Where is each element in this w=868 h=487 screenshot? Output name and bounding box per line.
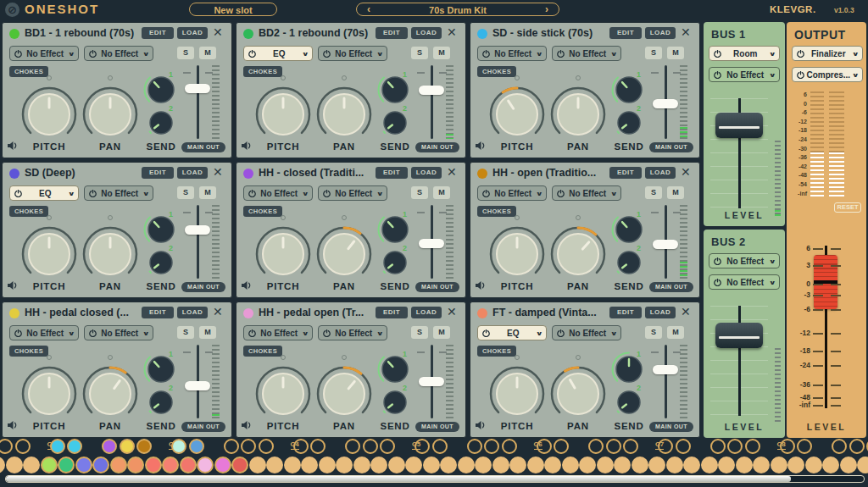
pitch-knob[interactable] xyxy=(15,220,83,288)
pitch-knob[interactable] xyxy=(483,80,551,148)
mute-button[interactable]: M xyxy=(433,186,450,199)
speaker-icon[interactable] xyxy=(8,141,19,151)
key-F#6[interactable] xyxy=(588,439,604,454)
mute-button[interactable]: M xyxy=(199,326,216,339)
load-button[interactable]: LOAD xyxy=(645,27,676,39)
send1-knob[interactable] xyxy=(142,351,180,388)
key-F2[interactable] xyxy=(92,457,109,473)
main-out-slider-handle[interactable] xyxy=(185,225,210,235)
pitch-knob[interactable] xyxy=(15,80,83,148)
chokes-button[interactable]: CHOKES xyxy=(9,346,48,357)
preset-next-icon[interactable]: › xyxy=(540,3,554,16)
key-C2[interactable] xyxy=(41,457,58,473)
effect-slot-1-dropdown[interactable]: No Effect ∨ xyxy=(477,46,547,61)
solo-button[interactable]: S xyxy=(645,47,662,59)
solo-button[interactable]: S xyxy=(177,326,194,339)
key-F#4[interactable] xyxy=(345,439,360,454)
new-slot-button[interactable]: New slot xyxy=(189,3,277,16)
mute-button[interactable]: M xyxy=(667,47,684,59)
key-G#3[interactable] xyxy=(241,439,256,454)
speaker-icon[interactable] xyxy=(242,141,253,151)
power-icon[interactable] xyxy=(797,71,804,79)
key-G#1[interactable] xyxy=(0,439,13,454)
send1-knob[interactable] xyxy=(376,211,414,248)
key-B6[interactable] xyxy=(632,457,648,473)
key-D8[interactable] xyxy=(787,457,804,473)
key-F3[interactable] xyxy=(214,457,231,473)
key-A#5[interactable] xyxy=(502,439,517,454)
effect-slot-2-dropdown[interactable]: No Effect ∨ xyxy=(84,46,153,61)
send1-knob[interactable] xyxy=(376,351,414,388)
power-icon[interactable] xyxy=(557,190,565,197)
output-effect-1-dropdown[interactable]: Finalizer ∨ xyxy=(792,46,863,61)
send1-knob[interactable] xyxy=(610,211,648,248)
power-icon[interactable] xyxy=(14,329,22,337)
mute-button[interactable]: M xyxy=(433,326,450,339)
key-A2[interactable] xyxy=(127,457,144,473)
key-E7[interactable] xyxy=(683,457,700,473)
key-G#8[interactable] xyxy=(849,439,865,454)
key-A6[interactable] xyxy=(614,457,631,473)
load-button[interactable]: LOAD xyxy=(645,167,676,179)
key-C#2[interactable] xyxy=(50,439,65,454)
key-A#7[interactable] xyxy=(745,439,760,454)
edit-button[interactable]: EDIT xyxy=(376,27,408,39)
key-B4[interactable] xyxy=(388,457,405,473)
power-icon[interactable] xyxy=(248,190,256,197)
key-F#5[interactable] xyxy=(467,439,482,454)
key-F5[interactable] xyxy=(458,457,475,473)
key-D#2[interactable] xyxy=(67,439,82,454)
main-out-slider-handle[interactable] xyxy=(419,377,444,386)
key-A#2[interactable] xyxy=(136,439,152,454)
pitch-knob[interactable] xyxy=(15,360,83,428)
key-G5[interactable] xyxy=(475,457,492,473)
close-icon[interactable]: ✕ xyxy=(447,305,457,318)
pan-knob[interactable] xyxy=(76,360,144,428)
key-C4[interactable] xyxy=(284,457,301,473)
key-F#8[interactable] xyxy=(832,439,847,454)
key-G#6[interactable] xyxy=(606,439,621,454)
key-C8[interactable] xyxy=(771,457,787,473)
solo-button[interactable]: S xyxy=(645,326,662,339)
chokes-button[interactable]: CHOKES xyxy=(9,206,48,217)
chokes-button[interactable]: CHOKES xyxy=(477,206,516,217)
preset-prev-icon[interactable]: ‹ xyxy=(362,3,376,16)
load-button[interactable]: LOAD xyxy=(177,27,208,39)
mute-button[interactable]: M xyxy=(199,47,216,59)
key-C6[interactable] xyxy=(527,457,544,473)
pan-knob[interactable] xyxy=(310,360,378,428)
edit-button[interactable]: EDIT xyxy=(609,307,642,318)
close-icon[interactable]: ✕ xyxy=(447,165,457,179)
key-C#8[interactable] xyxy=(780,439,795,454)
effect-slot-1-dropdown[interactable]: No Effect ∨ xyxy=(477,185,547,201)
pitch-knob[interactable] xyxy=(249,80,317,148)
mute-button[interactable]: M xyxy=(199,186,216,199)
key-D3[interactable] xyxy=(180,457,197,473)
send1-knob[interactable] xyxy=(610,351,648,388)
effect-slot-2-dropdown[interactable]: No Effect ∨ xyxy=(552,185,621,201)
load-button[interactable]: LOAD xyxy=(177,307,208,318)
bus2-effect-2-dropdown[interactable]: No Effect ∨ xyxy=(709,274,780,290)
key-B3[interactable] xyxy=(266,457,283,473)
pan-knob[interactable] xyxy=(310,220,378,288)
main-out-slider-handle[interactable] xyxy=(185,381,210,390)
close-icon[interactable]: ✕ xyxy=(681,25,691,39)
effect-slot-1-dropdown[interactable]: EQ ∨ xyxy=(243,46,313,61)
key-A#1[interactable] xyxy=(15,439,31,454)
key-A4[interactable] xyxy=(370,457,387,473)
chokes-button[interactable]: CHOKES xyxy=(9,66,48,77)
output-fader-handle[interactable] xyxy=(814,255,837,309)
keyboard-scrollbar[interactable] xyxy=(5,475,865,483)
close-icon[interactable]: ✕ xyxy=(447,25,457,39)
effect-slot-2-dropdown[interactable]: No Effect ∨ xyxy=(318,185,387,201)
speaker-icon[interactable] xyxy=(8,420,19,430)
power-icon[interactable] xyxy=(89,190,97,197)
preset-selector[interactable]: ‹ 70s Drum Kit › xyxy=(356,3,559,16)
send1-knob[interactable] xyxy=(610,71,648,108)
key-A#6[interactable] xyxy=(623,439,638,454)
effect-slot-1-dropdown[interactable]: No Effect ∨ xyxy=(243,185,313,201)
effect-slot-2-dropdown[interactable]: No Effect ∨ xyxy=(84,325,153,340)
load-button[interactable]: LOAD xyxy=(411,307,442,318)
key-D#4[interactable] xyxy=(310,439,326,454)
mute-button[interactable]: M xyxy=(667,326,684,339)
